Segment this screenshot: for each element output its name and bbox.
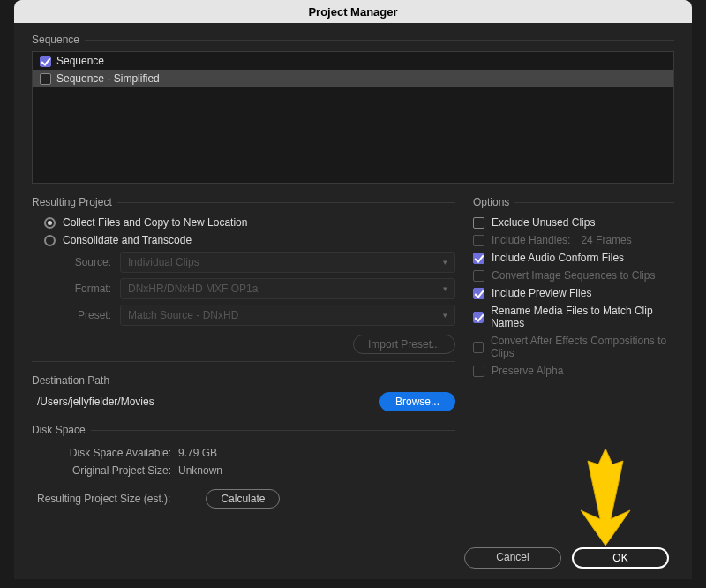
checkbox-icon[interactable] <box>40 73 51 85</box>
project-manager-dialog: Project Manager Sequence Sequence Sequen… <box>14 0 692 579</box>
format-label: Format: <box>32 283 120 295</box>
option-label: Rename Media Files to Match Clip Names <box>491 305 674 329</box>
radio-label: Collect Files and Copy to New Location <box>63 216 247 229</box>
checkbox-icon[interactable] <box>473 217 484 229</box>
import-preset-button[interactable]: Import Preset... <box>353 335 455 354</box>
resulting-project-section: Resulting Project Collect Files and Copy… <box>32 196 455 362</box>
destination-path: /Users/jellyfielder/Movies <box>32 392 379 411</box>
checkbox-icon[interactable] <box>40 56 51 67</box>
sequence-section: Sequence Sequence Sequence - Simplified <box>32 34 674 184</box>
format-row: Format: DNxHR/DNxHD MXF OP1a ▾ <box>32 278 455 299</box>
option-preserve-alpha: Preserve Alpha <box>473 365 674 377</box>
option-audio-conform[interactable]: Include Audio Conform Files <box>473 252 674 264</box>
options-legend: Options <box>473 196 514 208</box>
checkbox-icon <box>473 342 484 353</box>
format-dropdown[interactable]: DNxHR/DNxHD MXF OP1a ▾ <box>120 278 455 299</box>
source-label: Source: <box>32 256 120 268</box>
preset-value: Match Source - DNxHD <box>128 309 238 321</box>
option-include-handles: Include Handles: 24 Frames <box>473 234 674 246</box>
disk-original-label: Original Project Size: <box>32 464 178 477</box>
sequence-row-label: Sequence - Simplified <box>56 72 160 85</box>
ok-button[interactable]: OK <box>572 547 669 569</box>
disk-legend: Disk Space <box>32 424 91 436</box>
disk-available-label: Disk Space Available: <box>32 447 178 459</box>
sequence-legend: Sequence <box>32 34 85 46</box>
option-label: Convert Image Sequences to Clips <box>492 269 655 282</box>
disk-available-value: 9.79 GB <box>178 447 217 459</box>
option-label: Include Audio Conform Files <box>492 252 624 264</box>
sequence-listbox[interactable]: Sequence Sequence - Simplified <box>32 51 674 184</box>
radio-icon[interactable] <box>44 235 56 246</box>
source-row: Source: Individual Clips ▾ <box>32 252 455 273</box>
radio-collect-files[interactable]: Collect Files and Copy to New Location <box>44 216 455 229</box>
option-handles-value: 24 Frames <box>581 234 631 246</box>
option-rename-media[interactable]: Rename Media Files to Match Clip Names <box>473 305 674 329</box>
checkbox-icon[interactable] <box>473 288 484 299</box>
calculate-button[interactable]: Calculate <box>206 489 280 509</box>
checkbox-icon <box>473 270 484 282</box>
chevron-down-icon: ▾ <box>443 284 447 293</box>
checkbox-icon[interactable] <box>473 312 484 323</box>
cancel-button[interactable]: Cancel <box>464 547 561 569</box>
titlebar: Project Manager <box>14 0 692 23</box>
option-preview-files[interactable]: Include Preview Files <box>473 287 674 299</box>
dialog-title: Project Manager <box>308 5 397 19</box>
browse-button[interactable]: Browse... <box>379 392 455 411</box>
dialog-content: Sequence Sequence Sequence - Simplified <box>14 23 692 533</box>
preset-label: Preset: <box>32 309 120 321</box>
disk-est-label: Resulting Project Size (est.): <box>32 493 206 505</box>
sequence-row-label: Sequence <box>56 55 104 67</box>
dialog-footer: Cancel OK <box>464 547 669 569</box>
disk-space-section: Disk Space Disk Space Available: 9.79 GB… <box>32 424 455 509</box>
destination-legend: Destination Path <box>32 374 115 387</box>
preset-row: Preset: Match Source - DNxHD ▾ <box>32 305 455 326</box>
disk-original-value: Unknown <box>178 464 222 477</box>
checkbox-icon <box>473 235 484 246</box>
destination-section: Destination Path /Users/jellyfielder/Mov… <box>32 374 455 411</box>
chevron-down-icon: ▾ <box>443 311 447 320</box>
format-value: DNxHR/DNxHD MXF OP1a <box>128 283 258 295</box>
resulting-legend: Resulting Project <box>32 196 117 208</box>
sequence-row[interactable]: Sequence <box>33 52 673 70</box>
radio-consolidate-transcode[interactable]: Consolidate and Transcode <box>44 234 455 246</box>
sequence-row[interactable]: Sequence - Simplified <box>33 70 673 87</box>
radio-icon[interactable] <box>44 217 56 229</box>
source-dropdown[interactable]: Individual Clips ▾ <box>120 252 455 273</box>
option-label: Exclude Unused Clips <box>492 216 595 229</box>
options-section: Options Exclude Unused Clips Include Han… <box>473 196 674 377</box>
preset-dropdown[interactable]: Match Source - DNxHD ▾ <box>120 305 455 326</box>
option-convert-ae: Convert After Effects Compositions to Cl… <box>473 335 674 359</box>
radio-label: Consolidate and Transcode <box>63 234 192 246</box>
option-exclude-unused[interactable]: Exclude Unused Clips <box>473 216 674 229</box>
chevron-down-icon: ▾ <box>443 258 447 267</box>
option-label: Include Preview Files <box>492 287 591 299</box>
option-label: Include Handles: <box>492 234 570 246</box>
option-convert-image-seq: Convert Image Sequences to Clips <box>473 269 674 282</box>
option-label: Preserve Alpha <box>492 365 563 377</box>
source-value: Individual Clips <box>128 256 199 268</box>
checkbox-icon[interactable] <box>473 253 484 264</box>
checkbox-icon <box>473 366 484 377</box>
option-label: Convert After Effects Compositions to Cl… <box>491 335 674 359</box>
